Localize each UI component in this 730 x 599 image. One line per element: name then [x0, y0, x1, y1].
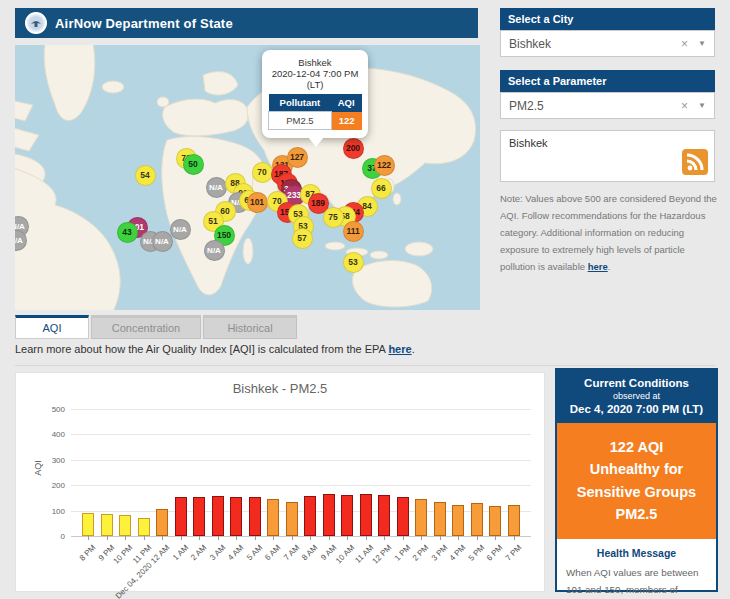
current-conditions-title: Current Conditions [561, 377, 712, 389]
aqi-bar[interactable] [286, 502, 298, 536]
aqi-note: Note: Values above 500 are considered Be… [500, 190, 718, 275]
x-tick-label: 5 AM [245, 543, 264, 562]
x-tick [384, 536, 385, 540]
aqi-bar[interactable] [323, 494, 335, 536]
aqi-bar[interactable] [249, 497, 261, 536]
popup-tail [308, 137, 324, 147]
map-marker-na[interactable]: N/A [170, 219, 191, 240]
aqi-bar[interactable] [267, 499, 279, 536]
rss-icon[interactable] [682, 149, 708, 175]
health-message-body: When AQI values are between 101 and 150,… [566, 564, 707, 599]
aqi-bar[interactable] [119, 515, 131, 536]
x-tick [144, 536, 145, 540]
map-marker-aqi[interactable]: 70 [252, 162, 273, 183]
x-tick [273, 536, 274, 540]
map-marker-na[interactable]: N/A [152, 231, 173, 252]
tab-concentration[interactable]: Concentration [91, 315, 201, 339]
aqi-bar[interactable] [101, 514, 113, 536]
popup-col-aqi: AQI [331, 94, 361, 112]
map-marker-aqi[interactable]: 111 [343, 221, 364, 242]
aqi-bar[interactable] [415, 499, 427, 536]
aqi-bar[interactable] [452, 505, 464, 536]
aqi-world-map[interactable]: 54N/AN/A20143N/AN/AN/A7350N/A887091N/A61… [15, 45, 480, 310]
x-tick [458, 536, 459, 540]
x-tick-label: 8 AM [300, 543, 319, 562]
gridline [71, 485, 531, 486]
map-marker-aqi[interactable]: 66 [371, 178, 392, 199]
health-message-title: Health Message [566, 547, 707, 559]
map-marker-aqi[interactable]: 43 [117, 222, 138, 243]
map-marker-aqi[interactable]: 75 [323, 207, 344, 228]
aqi-bar[interactable] [397, 497, 409, 536]
x-tick-label: 5 PM [467, 543, 487, 563]
map-landmass [15, 45, 480, 310]
map-marker-aqi[interactable]: 54 [135, 165, 156, 186]
aqi-bar[interactable] [471, 503, 483, 536]
map-marker-aqi[interactable]: 127 [287, 147, 308, 168]
x-tick [421, 536, 422, 540]
map-marker-aqi[interactable]: 200 [343, 138, 364, 159]
current-conditions-panel: Current Conditions observed at Dec 4, 20… [555, 368, 718, 592]
parameter-select[interactable]: PM2.5 × ▼ [500, 92, 715, 119]
tab-historical[interactable]: Historical [203, 315, 297, 339]
x-tick-label: 2 AM [189, 543, 208, 562]
map-marker-aqi[interactable]: 122 [374, 155, 395, 176]
aqi-bar[interactable] [341, 495, 353, 536]
y-tick-label: 500 [52, 405, 71, 414]
aqi-bar[interactable] [489, 506, 501, 536]
aqi-bar[interactable] [434, 502, 446, 536]
x-tick [199, 536, 200, 540]
learn-more-text: Learn more about how the Air Quality Ind… [15, 343, 715, 366]
current-conditions-header: Current Conditions observed at Dec 4, 20… [557, 370, 716, 423]
popup-datetime: 2020-12-04 7:00 PM [268, 68, 362, 79]
city-select-value: Bishkek [509, 37, 681, 51]
chevron-down-icon[interactable]: ▼ [698, 101, 706, 110]
aqi-bar[interactable] [508, 505, 520, 536]
clear-icon[interactable]: × [681, 99, 688, 113]
x-tick-label: 12 PM [371, 543, 394, 566]
x-tick [310, 536, 311, 540]
aqi-bar[interactable] [360, 494, 372, 536]
aqi-bar[interactable] [138, 518, 150, 536]
x-tick [329, 536, 330, 540]
gridline [71, 409, 531, 410]
tab-aqi[interactable]: AQI [15, 315, 89, 339]
gridline [71, 536, 531, 537]
popup-timezone: (LT) [268, 79, 362, 90]
map-marker-na[interactable]: N/A [206, 177, 227, 198]
y-tick-label: 300 [52, 455, 71, 464]
aqi-category-badge: 122 AQI Unhealthy for Sensitive Groups P… [557, 423, 716, 539]
aqi-bar[interactable] [193, 497, 205, 536]
aqi-bar[interactable] [212, 496, 224, 536]
city-select[interactable]: Bishkek × ▼ [500, 30, 715, 57]
x-tick [514, 536, 515, 540]
map-marker-aqi[interactable]: 101 [247, 192, 268, 213]
aqi-bar[interactable] [156, 509, 168, 536]
clear-icon[interactable]: × [681, 37, 688, 51]
map-marker-aqi[interactable]: 50 [183, 154, 204, 175]
map-marker-aqi[interactable]: 53 [343, 252, 364, 273]
x-tick-label: 3 PM [430, 543, 450, 563]
aqi-bar[interactable] [175, 497, 187, 536]
x-tick-label: 1 PM [393, 543, 413, 563]
app-title: AirNow Department of State [55, 16, 233, 31]
x-tick [255, 536, 256, 540]
aqi-bar[interactable] [304, 496, 316, 536]
x-tick-label: 6 AM [263, 543, 282, 562]
map-marker-na[interactable]: N/A [204, 240, 225, 261]
map-popup: Bishkek 2020-12-04 7:00 PM (LT) Pollutan… [262, 50, 368, 138]
parameter-select-value: PM2.5 [509, 99, 681, 113]
aqi-bar[interactable] [82, 513, 94, 536]
x-tick [107, 536, 108, 540]
aqi-bar[interactable] [378, 495, 390, 536]
y-tick-label: 400 [52, 430, 71, 439]
map-marker-aqi[interactable]: 57 [292, 228, 313, 249]
x-tick [347, 536, 348, 540]
x-tick-label: 3 AM [208, 543, 227, 562]
note-here-link[interactable]: here [588, 261, 608, 272]
y-axis-label: AQI [33, 460, 43, 476]
epa-here-link[interactable]: here [388, 343, 411, 355]
aqi-bar[interactable] [230, 497, 242, 536]
chevron-down-icon[interactable]: ▼ [698, 39, 706, 48]
rss-city-label: Bishkek [509, 137, 548, 149]
